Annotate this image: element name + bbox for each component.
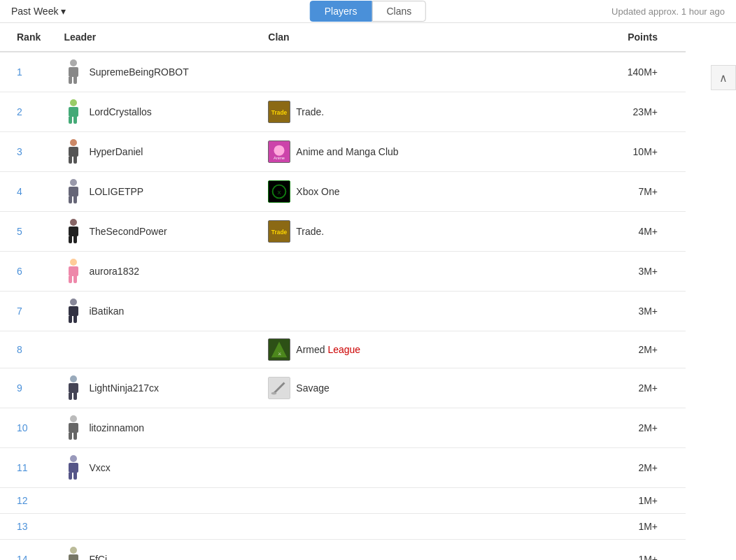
points-cell: 2M+ — [539, 408, 686, 448]
leader-cell — [58, 331, 262, 368]
player-name: Vxcx — [89, 462, 110, 473]
table-row: 8 ⚔ Armed League 2M+ — [0, 331, 686, 368]
leader-cell: FfCi — [58, 540, 262, 561]
player-cell: iBatikan — [64, 299, 257, 324]
player-name: litozinnamon — [89, 422, 144, 433]
points-cell: 4M+ — [539, 212, 686, 252]
table-header-row: Rank Leader Clan Points — [0, 23, 686, 52]
svg-point-15 — [271, 392, 277, 395]
player-avatar — [64, 219, 83, 244]
player-name: LordCrystallos — [89, 106, 151, 117]
svg-point-3 — [274, 145, 285, 156]
player-cell: LordCrystallos — [64, 99, 257, 124]
player-cell: Vxcx — [64, 455, 257, 480]
leader-cell — [58, 488, 262, 514]
rank-cell: 8 — [0, 331, 58, 368]
player-cell: FfCi — [64, 547, 257, 560]
clan-cell — [262, 408, 539, 448]
clan-cell: Trade Trade. — [262, 92, 539, 132]
chevron-down-icon: ▾ — [61, 6, 66, 17]
points-cell: 1M+ — [539, 488, 686, 514]
col-points: Points — [539, 23, 686, 52]
svg-text:Anime: Anime — [274, 156, 285, 160]
clan-cell — [262, 540, 539, 561]
clan-name: Trade. — [296, 226, 324, 237]
clan-name: Xbox One — [296, 186, 339, 197]
tab-clans[interactable]: Clans — [371, 1, 426, 22]
clan-cell — [262, 292, 539, 331]
leader-cell: SupremeBeingROBOT — [58, 52, 262, 92]
player-name: SupremeBeingROBOT — [89, 66, 188, 78]
player-name: iBatikan — [89, 306, 124, 317]
rank-cell: 14 — [0, 540, 58, 561]
time-filter[interactable]: Past Week ▾ — [11, 6, 66, 17]
clan-cell — [262, 488, 539, 514]
chevron-up-icon: ∧ — [719, 71, 728, 85]
scroll-up-button[interactable]: ∧ — [711, 65, 736, 90]
player-avatar — [64, 547, 83, 560]
table-row: 131M+ — [0, 514, 686, 540]
leader-cell: LightNinja217cx — [58, 368, 262, 408]
clan-name: Trade. — [296, 106, 324, 117]
svg-text:Trade: Trade — [271, 109, 288, 116]
tab-group: Players Clans — [310, 1, 426, 22]
clan-display: Trade Trade. — [268, 220, 534, 243]
player-name: HyperDaniel — [89, 146, 143, 157]
table-row: 10 litozinnamon 2M+ — [0, 408, 686, 448]
player-cell: SupremeBeingROBOT — [64, 59, 257, 85]
leader-cell: iBatikan — [58, 292, 262, 331]
svg-text:X: X — [278, 189, 281, 196]
col-leader: Leader — [58, 23, 262, 52]
clan-cell — [262, 448, 539, 488]
rank-cell: 11 — [0, 448, 58, 488]
player-avatar — [64, 375, 83, 401]
player-name: aurora1832 — [89, 266, 139, 277]
table-row: 1 SupremeBeingROBOT 140M+ — [0, 52, 686, 92]
clan-icon-xbox: X — [268, 180, 290, 203]
top-bar: Past Week ▾ Players Clans Updated approx… — [0, 0, 736, 23]
clan-icon-armed: ⚔ — [268, 338, 290, 361]
points-cell: 1M+ — [539, 540, 686, 561]
table-row: 2 LordCrystallos Trade Trade. 23M+ — [0, 92, 686, 132]
svg-text:⚔: ⚔ — [278, 352, 281, 356]
points-cell: 3M+ — [539, 252, 686, 292]
clan-icon-savage — [268, 377, 290, 399]
rank-cell: 13 — [0, 514, 58, 540]
clan-name: Anime and Manga Club — [296, 146, 398, 157]
clan-cell: X Xbox One — [262, 172, 539, 212]
table-row: 121M+ — [0, 488, 686, 514]
tab-players[interactable]: Players — [310, 1, 372, 22]
clan-cell: Anime Anime and Manga Club — [262, 132, 539, 172]
leader-cell: HyperDaniel — [58, 132, 262, 172]
clan-cell: Savage — [262, 368, 539, 408]
clan-display: Trade Trade. — [268, 101, 534, 123]
player-cell: aurora1832 — [64, 259, 257, 284]
clan-icon-trade: Trade — [268, 220, 290, 243]
rank-cell: 3 — [0, 132, 58, 172]
leaderboard-table: Rank Leader Clan Points 1 SupremeBeingRO… — [0, 23, 686, 560]
clan-display: Anime Anime and Manga Club — [268, 141, 534, 163]
points-cell: 3M+ — [539, 292, 686, 331]
rank-cell: 6 — [0, 252, 58, 292]
table-row: 6 aurora1832 3M+ — [0, 252, 686, 292]
clan-display: Savage — [268, 377, 534, 399]
table-row: 11 Vxcx 2M+ — [0, 448, 686, 488]
leader-cell: TheSecondPower — [58, 212, 262, 252]
table-row: 5 TheSecondPower Trade Trade. 4M+ — [0, 212, 686, 252]
clan-cell — [262, 514, 539, 540]
player-avatar — [64, 99, 83, 124]
leader-cell: Vxcx — [58, 448, 262, 488]
clan-cell — [262, 252, 539, 292]
rank-cell: 5 — [0, 212, 58, 252]
clan-cell — [262, 52, 539, 92]
col-rank: Rank — [0, 23, 58, 52]
table-row: 14 FfCi 1M+ — [0, 540, 686, 561]
player-avatar — [64, 59, 83, 85]
points-cell: 2M+ — [539, 331, 686, 368]
clan-name: Armed League — [296, 344, 360, 355]
player-cell: TheSecondPower — [64, 219, 257, 244]
table-container: Rank Leader Clan Points 1 SupremeBeingRO… — [0, 23, 736, 560]
points-cell: 7M+ — [539, 172, 686, 212]
clan-cell: ⚔ Armed League — [262, 331, 539, 368]
table-row: 4 LOLIGETPP X Xbox One 7M+ — [0, 172, 686, 212]
